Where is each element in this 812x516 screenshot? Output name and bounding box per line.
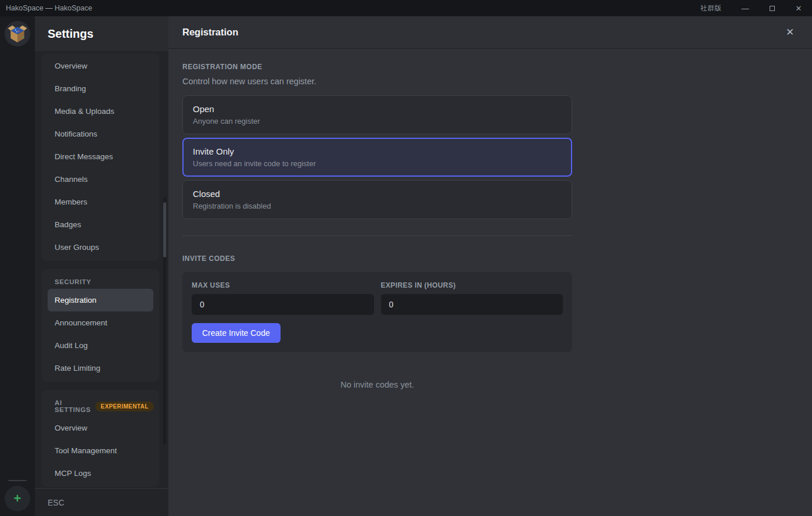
nav-item-mcp-logs[interactable]: MCP Logs [48, 462, 153, 485]
experimental-badge: EXPERIMENTAL [95, 402, 153, 411]
app-logo-button[interactable] [5, 21, 30, 46]
registration-mode-description: Control how new users can register. [182, 77, 572, 86]
maximize-button[interactable] [759, 0, 785, 16]
section-divider [182, 235, 572, 236]
nav-item-notifications[interactable]: Notifications [48, 123, 153, 145]
nav-item-overview[interactable]: Overview [48, 55, 153, 77]
settings-title: Settings [48, 27, 94, 41]
content-body: REGISTRATION MODE Control how new users … [168, 49, 812, 516]
nav-item-announcement[interactable]: Announcement [48, 311, 153, 334]
nav-item-audit-log[interactable]: Audit Log [48, 334, 153, 357]
nav-item-ai-overview[interactable]: Overview [48, 417, 153, 439]
add-space-button[interactable]: + [5, 486, 30, 511]
invite-code-form: MAX USES EXPIRES IN (HOURS) Create Invit… [182, 272, 572, 352]
invite-codes-empty-state: No invite codes yet. [182, 380, 572, 389]
registration-mode-label: REGISTRATION MODE [182, 63, 572, 71]
settings-sidebar: Settings Overview Branding Media & Uploa… [35, 16, 168, 516]
nav-item-channels[interactable]: Channels [48, 168, 153, 191]
nav-item-members[interactable]: Members [48, 191, 153, 213]
invite-codes-label: INVITE CODES [182, 255, 572, 263]
nav-group-header-security: SECURITY [42, 270, 159, 289]
settings-footer: ESC [35, 488, 168, 516]
close-window-button[interactable]: ✕ [785, 0, 812, 16]
nav-group-general: Overview Branding Media & Uploads Notifi… [42, 53, 159, 261]
max-uses-input[interactable] [192, 294, 374, 315]
nav-group-header-ai: AI SETTINGS EXPERIMENTAL [42, 391, 159, 417]
nav-item-badges[interactable]: Badges [48, 213, 153, 236]
option-open-subtitle: Anyone can register [193, 117, 562, 126]
server-rail: + [0, 16, 35, 516]
app-logo-box-icon [8, 24, 27, 44]
max-uses-field-group: MAX USES [192, 281, 374, 315]
content-header: Registration ✕ [168, 16, 812, 49]
max-uses-label: MAX USES [192, 281, 374, 289]
nav-item-rate-limiting[interactable]: Rate Limiting [48, 357, 153, 379]
titlebar-controls: 社群版 — ✕ [700, 0, 812, 16]
option-invite-only-subtitle: Users need an invite code to register [193, 159, 562, 168]
ai-settings-label: AI SETTINGS [55, 399, 91, 413]
option-closed-subtitle: Registration is disabled [193, 202, 562, 210]
nav-group-security: SECURITY Registration Announcement Audit… [42, 269, 159, 382]
nav-item-registration[interactable]: Registration [48, 289, 153, 311]
nav-item-tool-management[interactable]: Tool Management [48, 439, 153, 462]
settings-content: Registration ✕ REGISTRATION MODE Control… [168, 16, 812, 516]
esc-hint[interactable]: ESC [48, 498, 64, 507]
settings-header: Settings [35, 16, 168, 51]
option-open[interactable]: Open Anyone can register [182, 95, 572, 134]
registration-mode-options: Open Anyone can register Invite Only Use… [182, 95, 572, 219]
create-invite-code-button[interactable]: Create Invite Code [192, 323, 281, 343]
option-open-title: Open [193, 104, 562, 114]
option-invite-only[interactable]: Invite Only Users need an invite code to… [182, 138, 572, 177]
titlebar: HakoSpace — HakoSpace 社群版 — ✕ [0, 0, 812, 16]
page-title: Registration [182, 27, 238, 38]
expires-input[interactable] [381, 294, 563, 315]
expires-label: EXPIRES IN (HOURS) [381, 281, 563, 289]
nav-item-user-groups[interactable]: User Groups [48, 236, 153, 259]
sidebar-scrollbar-thumb[interactable] [163, 202, 166, 257]
plus-icon: + [14, 492, 21, 505]
expires-field-group: EXPIRES IN (HOURS) [381, 281, 563, 315]
settings-nav-list: Overview Branding Media & Uploads Notifi… [35, 51, 168, 488]
option-closed-title: Closed [193, 189, 562, 199]
nav-item-branding[interactable]: Branding [48, 77, 153, 100]
minimize-button[interactable]: — [732, 0, 759, 16]
option-closed[interactable]: Closed Registration is disabled [182, 180, 572, 219]
rail-divider [8, 480, 27, 481]
option-invite-only-title: Invite Only [193, 146, 562, 156]
maximize-icon [770, 6, 775, 11]
close-settings-icon[interactable]: ✕ [782, 24, 798, 41]
app-window: HakoSpace — HakoSpace 社群版 — ✕ [0, 0, 812, 516]
nav-group-ai-settings: AI SETTINGS EXPERIMENTAL Overview Tool M… [42, 390, 159, 487]
window-title: HakoSpace — HakoSpace [6, 4, 92, 12]
nav-item-media-uploads[interactable]: Media & Uploads [48, 100, 153, 123]
nav-item-direct-messages[interactable]: Direct Messages [48, 145, 153, 168]
edition-badge: 社群版 [700, 3, 721, 13]
